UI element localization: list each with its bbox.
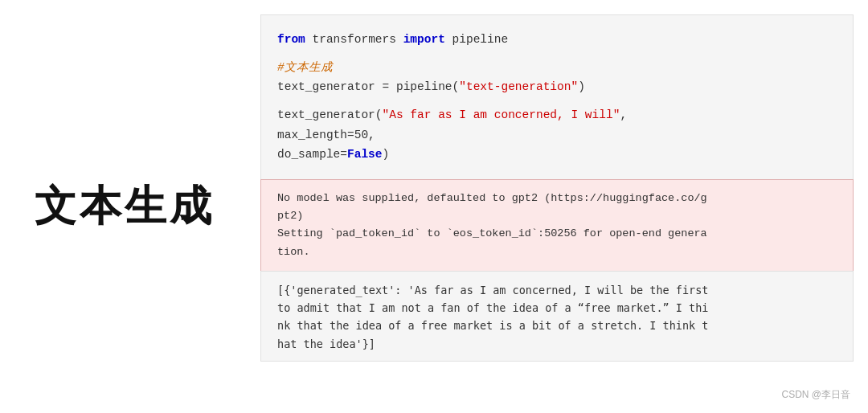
warning-line-1: No model was supplied, defaulted to gpt2… [277,190,837,207]
watermark: CSDN @李日音 [781,388,850,402]
warning-line-3: Setting `pad_token_id` to `eos_token_id`… [277,225,837,243]
warning-line-4: tion. [277,243,837,261]
code-pipeline: pipeline [445,33,508,46]
code-comma: , [620,108,627,121]
code-line-1: from transformers import pipeline [277,30,837,50]
code-line-6: max_length=50, [277,125,837,145]
keyword-from: from [277,33,305,46]
output-block: [{'generated_text': 'As far as I am conc… [260,271,854,362]
keyword-import: import [403,33,445,46]
code-comment: #文本生成 [277,61,333,74]
warning-line-2: pt2) [277,207,837,225]
code-false: False [347,148,383,161]
code-line-7: do_sample=False) [277,145,837,165]
output-text: [{'generated_text': 'As far as I am conc… [277,281,837,353]
code-str1: "text-generation" [459,80,578,93]
code-call: text_generator( [277,108,383,121]
page-title: 文本生成 [35,178,215,235]
code-line-3: text_generator = pipeline("text-generati… [277,77,837,97]
code-line-5: text_generator("As far as I am concerned… [277,105,837,125]
code-str2: "As far as I am concerned, I will" [383,108,620,121]
code-mid: transformers [305,33,403,46]
code-assign: text_generator = pipeline( [277,80,459,93]
right-panel: from transformers import pipeline #文本生成 … [249,0,868,413]
code-close1: ) [578,80,585,93]
code-end: ) [383,148,390,161]
code-maxlen: max_length=50, [277,129,375,141]
code-block: from transformers import pipeline #文本生成 … [260,14,854,179]
left-panel: 文本生成 [0,0,249,413]
code-dosample: do_sample= [277,148,347,161]
code-line-comment: #文本生成 [277,58,837,78]
warning-block: No model was supplied, defaulted to gpt2… [260,179,854,271]
